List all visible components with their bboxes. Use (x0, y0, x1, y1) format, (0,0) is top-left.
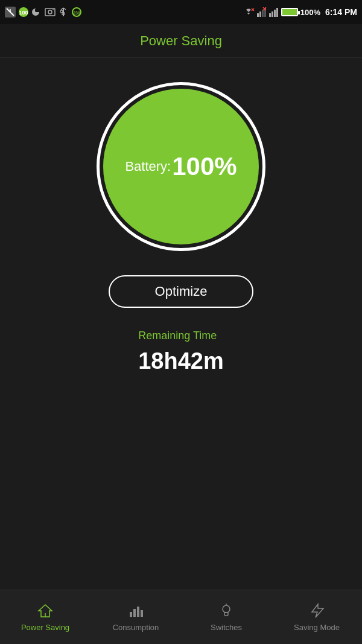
wifi-icon (243, 7, 255, 17)
battery-percent: 100% (300, 8, 320, 17)
svg-rect-22 (269, 13, 271, 17)
svg-rect-24 (274, 10, 276, 17)
title-bar: Power Saving (0, 24, 362, 58)
optimize-label: Optimize (155, 284, 208, 299)
bottom-nav: Power Saving Consumption Switches Saving… (0, 590, 362, 644)
battery-value: 100% (172, 152, 237, 181)
svg-rect-17 (259, 11, 261, 17)
battery-label: Battery: (125, 159, 171, 174)
status-icons-right: 100% 6:14 PM (243, 7, 357, 17)
main-content: Battery: 100% Optimize Remaining Time 18… (0, 58, 362, 590)
home-icon (37, 602, 54, 619)
green-badge-icon: 100 (18, 7, 29, 18)
svg-text:100: 100 (19, 10, 28, 16)
battery-circle-container: Battery: 100% (97, 82, 265, 251)
status-icons-left: 100 230 (5, 7, 82, 18)
moon-icon (31, 7, 42, 18)
nav-item-saving-mode[interactable]: Saving Mode (272, 590, 362, 644)
silent-icon (5, 7, 16, 18)
remaining-label: Remaining Time (138, 330, 224, 342)
status-bar: 100 230 (0, 0, 362, 24)
nav-label-switches: Switches (211, 623, 242, 632)
usb-icon (58, 7, 69, 18)
svg-rect-16 (257, 13, 259, 17)
svg-rect-25 (276, 8, 278, 17)
nav-item-switches[interactable]: Switches (181, 590, 272, 644)
nav-label-saving-mode: Saving Mode (294, 623, 340, 632)
battery-circle: Battery: 100% (103, 89, 259, 244)
svg-point-6 (52, 9, 54, 10)
nav-label-consumption: Consumption (113, 623, 159, 632)
nav-item-consumption[interactable]: Consumption (91, 590, 181, 644)
remaining-section: Remaining Time 18h42m (138, 330, 224, 374)
bar-chart-icon (127, 602, 144, 619)
svg-rect-29 (141, 610, 143, 617)
time-display: 6:14 PM (325, 7, 357, 17)
svg-text:230: 230 (73, 11, 80, 15)
svg-point-5 (48, 10, 52, 14)
svg-point-30 (223, 605, 230, 613)
page-title: Power Saving (140, 33, 222, 49)
ring-icon: 230 (71, 7, 82, 18)
optimize-button[interactable]: Optimize (109, 275, 253, 308)
svg-rect-26 (130, 612, 132, 617)
remaining-value: 18h42m (138, 348, 224, 374)
nav-item-power-saving[interactable]: Power Saving (0, 590, 91, 644)
battery-status-icon (281, 8, 298, 16)
lightbulb-icon (218, 602, 235, 619)
svg-rect-18 (262, 10, 264, 17)
svg-rect-28 (137, 607, 139, 617)
svg-point-10 (60, 10, 63, 13)
nav-label-power-saving: Power Saving (21, 623, 69, 632)
lightning-icon (308, 602, 325, 619)
svg-rect-23 (272, 11, 273, 17)
svg-rect-27 (133, 609, 136, 617)
signal-bars-icon (269, 7, 279, 17)
photo-icon (45, 7, 56, 18)
signal-x-icon (257, 7, 267, 17)
